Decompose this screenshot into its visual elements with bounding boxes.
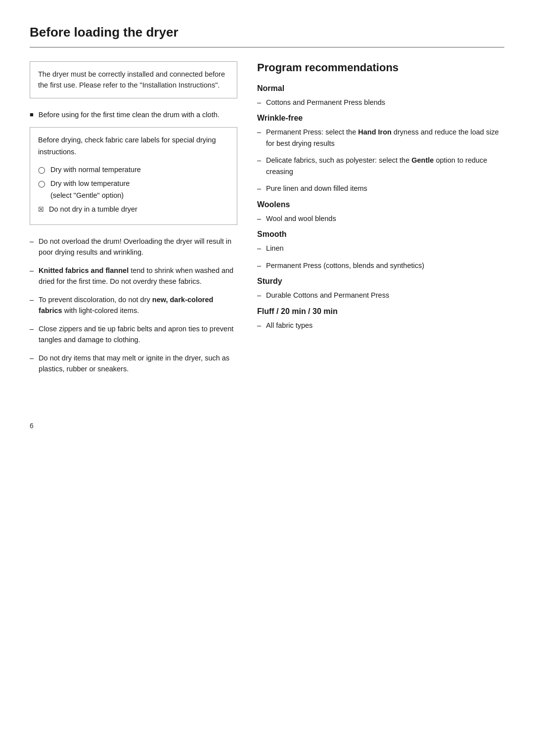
checkbox-x-icon: ☒ — [38, 204, 44, 215]
section-fluff: Fluff / 20 min / 30 min – All fabric typ… — [257, 307, 504, 331]
dash-item-1: – Do not overload the drum! Overloading … — [30, 236, 237, 258]
dash-icon-1: – — [30, 236, 34, 247]
rec-wf-3: – Pure linen and down filled items — [257, 183, 504, 194]
section-wrinkle-free: Wrinkle-free – Permanent Press: select t… — [257, 114, 504, 194]
rec-dash-w1: – — [257, 213, 261, 224]
rec-dash-f1: – — [257, 320, 261, 331]
rec-sturdy-1: – Durable Cottons and Permanent Press — [257, 290, 504, 301]
main-content: The dryer must be correctly installed an… — [30, 61, 504, 382]
dash-item-2: – Knitted fabrics and flannel tend to sh… — [30, 265, 237, 287]
rec-sturdy-text-1: Durable Cottons and Permanent Press — [266, 290, 389, 301]
heading-smooth: Smooth — [257, 230, 504, 239]
section-normal: Normal – Cottons and Permanent Press ble… — [257, 84, 504, 108]
rec-fluff-1: – All fabric types — [257, 320, 504, 331]
first-use-bullet: ■ Before using for the first time clean … — [30, 109, 237, 120]
circle-outline-icon-2: ◯ — [38, 178, 45, 189]
fabric-row-3: ☒ Do not dry in a tumble dryer — [38, 204, 229, 216]
rec-smooth-1: – Linen — [257, 243, 504, 254]
section-sturdy: Sturdy – Durable Cottons and Permanent P… — [257, 277, 504, 301]
first-use-text: Before using for the first time clean th… — [39, 109, 220, 120]
fabric-item-3: Do not dry in a tumble dryer — [49, 204, 137, 216]
rec-dash-wf2: – — [257, 155, 261, 166]
rec-dash-wf3: – — [257, 183, 261, 194]
fabric-care-intro: Before drying, check fabric care labels … — [38, 134, 229, 158]
heading-woolens: Woolens — [257, 200, 504, 209]
rec-dash-st1: – — [257, 290, 261, 301]
bullet-icon: ■ — [30, 110, 34, 120]
dash-text-2: Knitted fabrics and flannel tend to shri… — [39, 265, 237, 287]
rec-smooth-text-1: Linen — [266, 243, 283, 254]
rec-woolens-1: – Wool and wool blends — [257, 213, 504, 224]
rec-wf-text-1: Permanent Press: select the Hand Iron dr… — [266, 127, 504, 149]
dash-text-1: Do not overload the drum! Overloading th… — [39, 236, 237, 258]
page-footer: 6 — [30, 421, 504, 430]
heading-sturdy: Sturdy — [257, 277, 504, 286]
rec-dash-s1: – — [257, 243, 261, 254]
dash-item-5: – Do not dry items that may melt or igni… — [30, 353, 237, 375]
dash-item-3: – To prevent discoloration, do not dry n… — [30, 294, 237, 316]
rec-fluff-text-1: All fabric types — [266, 320, 312, 331]
dash-icon-4: – — [30, 323, 34, 334]
fabric-row-2: ◯ Dry with low temperature(select "Gentl… — [38, 178, 229, 202]
dash-icon-5: – — [30, 353, 34, 363]
dash-text-4: Close zippers and tie up fabric belts an… — [39, 323, 237, 346]
dash-text-3: To prevent discoloration, do not dry new… — [39, 294, 237, 316]
fabric-item-2: Dry with low temperature(select "Gentle"… — [50, 178, 130, 202]
section-woolens: Woolens – Wool and wool blends — [257, 200, 504, 224]
heading-normal: Normal — [257, 84, 504, 93]
installation-notice: The dryer must be correctly installed an… — [30, 61, 237, 98]
rec-dash-wf1: – — [257, 127, 261, 137]
rec-dash: – — [257, 97, 261, 108]
fabric-care-box: Before drying, check fabric care labels … — [30, 127, 237, 225]
page-number: 6 — [30, 422, 34, 430]
circle-outline-icon-1: ◯ — [38, 165, 45, 175]
rec-wf-1: – Permanent Press: select the Hand Iron … — [257, 127, 504, 149]
dash-text-5: Do not dry items that may melt or ignite… — [39, 353, 237, 375]
rec-wf-2: – Delicate fabrics, such as polyester: s… — [257, 155, 504, 177]
dash-icon-2: – — [30, 265, 34, 276]
fabric-row-1: ◯ Dry with normal temperature — [38, 164, 229, 176]
installation-notice-text: The dryer must be correctly installed an… — [38, 70, 225, 89]
right-column: Program recommendations Normal – Cottons… — [257, 61, 504, 337]
rec-wf-text-2: Delicate fabrics, such as polyester: sel… — [266, 155, 504, 177]
page-title: Before loading the dryer — [30, 25, 504, 40]
top-divider — [30, 47, 504, 47]
heading-fluff: Fluff / 20 min / 30 min — [257, 307, 504, 316]
dash-item-4: – Close zippers and tie up fabric belts … — [30, 323, 237, 346]
dash-icon-3: – — [30, 294, 34, 305]
rec-wf-text-3: Pure linen and down filled items — [266, 183, 367, 194]
rec-smooth-text-2: Permanent Press (cottons, blends and syn… — [266, 260, 424, 271]
rec-smooth-2: – Permanent Press (cottons, blends and s… — [257, 260, 504, 271]
section-smooth: Smooth – Linen – Permanent Press (cotton… — [257, 230, 504, 271]
fabric-item-1: Dry with normal temperature — [50, 164, 141, 176]
rec-normal-1: – Cottons and Permanent Press blends — [257, 97, 504, 108]
program-recommendations-title: Program recommendations — [257, 61, 504, 74]
rec-woolens-text-1: Wool and wool blends — [266, 213, 336, 224]
left-column: The dryer must be correctly installed an… — [30, 61, 237, 382]
rec-normal-text-1: Cottons and Permanent Press blends — [266, 97, 385, 108]
heading-wrinkle-free: Wrinkle-free — [257, 114, 504, 123]
rec-dash-s2: – — [257, 260, 261, 271]
